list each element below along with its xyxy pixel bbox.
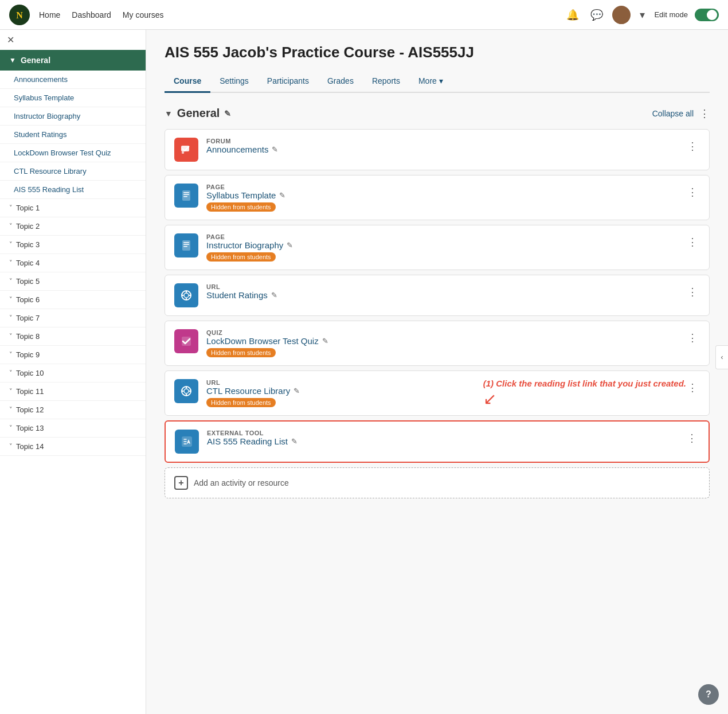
svg-point-15 (184, 293, 189, 298)
sidebar-topic-10[interactable]: ˅ Topic 10 (0, 364, 146, 383)
topic5-chevron: ˅ (9, 278, 13, 285)
tab-grades[interactable]: Grades (318, 71, 363, 93)
student-ratings-edit-icon[interactable]: ✎ (271, 291, 277, 299)
nav-links: Home Dashboard My courses (39, 10, 163, 19)
tab-course[interactable]: Course (165, 71, 210, 93)
sidebar-topic-13[interactable]: ˅ Topic 13 (0, 419, 146, 438)
sidebar-topic-1[interactable]: ˅ Topic 1 (0, 199, 146, 217)
add-activity-button[interactable]: + Add an activity or resource (165, 467, 710, 498)
sidebar-general-chevron: ▼ (9, 56, 16, 64)
sidebar: ✕ ▼ General Announcements Syllabus Templ… (0, 30, 146, 714)
sidebar-close-button[interactable]: ✕ (0, 30, 146, 50)
student-ratings-content: URL Student Ratings ✎ (206, 283, 677, 300)
section-title-text: General (177, 107, 220, 120)
section-chevron[interactable]: ▼ (165, 109, 173, 118)
sidebar-item-instructor-bio[interactable]: Instructor Biography (0, 107, 146, 126)
sidebar-item-reading-list[interactable]: AIS 555 Reading List (0, 181, 146, 199)
sidebar-topic-11[interactable]: ˅ Topic 11 (0, 383, 146, 401)
lockdown-quiz-name[interactable]: LockDown Browser Test Quiz ✎ (206, 336, 677, 346)
student-ratings-icon (174, 283, 198, 307)
syllabus-menu-button[interactable]: ⋮ (685, 184, 700, 201)
syllabus-name[interactable]: Syllabus Template ✎ (206, 190, 677, 200)
sidebar-item-lockdown-quiz[interactable]: LockDown Browser Test Quiz (0, 144, 146, 162)
sidebar-topic-12[interactable]: ˅ Topic 12 (0, 401, 146, 419)
course-item-syllabus: PAGE Syllabus Template ✎ Hidden from stu… (165, 175, 710, 220)
lockdown-quiz-icon (174, 329, 198, 353)
notifications-button[interactable]: 🔔 (564, 6, 581, 24)
avatar[interactable] (612, 6, 631, 24)
edit-mode-label: Edit mode (654, 10, 688, 19)
section-menu-button[interactable]: ⋮ (699, 107, 710, 120)
student-ratings-menu-button[interactable]: ⋮ (685, 283, 700, 301)
sidebar-topic-14[interactable]: ˅ Topic 14 (0, 438, 146, 456)
reading-list-edit-icon[interactable]: ✎ (291, 437, 298, 446)
messages-button[interactable]: 💬 (588, 6, 605, 24)
instructor-bio-menu-button[interactable]: ⋮ (685, 233, 700, 251)
sidebar-topic-4[interactable]: ˅ Topic 4 (0, 254, 146, 272)
tab-reports[interactable]: Reports (363, 71, 409, 93)
svg-rect-6 (182, 190, 190, 201)
sidebar-topic-6[interactable]: ˅ Topic 6 (0, 291, 146, 309)
sidebar-topic-3[interactable]: ˅ Topic 3 (0, 236, 146, 254)
student-ratings-name[interactable]: Student Ratings ✎ (206, 290, 677, 300)
topic1-chevron: ˅ (9, 204, 13, 212)
ctl-resource-edit-icon[interactable]: ✎ (293, 387, 300, 395)
logo-icon[interactable]: N (9, 5, 30, 25)
course-item-lockdown-quiz: QUIZ LockDown Browser Test Quiz ✎ Hidden… (165, 321, 710, 366)
announcements-edit-icon[interactable]: ✎ (272, 145, 278, 154)
sidebar-topic-2[interactable]: ˅ Topic 2 (0, 217, 146, 236)
instructor-bio-name[interactable]: Instructor Biography ✎ (206, 240, 677, 250)
syllabus-edit-icon[interactable]: ✎ (279, 191, 285, 200)
sidebar-topic-8[interactable]: ˅ Topic 8 (0, 327, 146, 346)
course-item-ctl-resource: URL CTL Resource Library ✎ Hidden from s… (165, 370, 710, 416)
announcements-menu-button[interactable]: ⋮ (685, 138, 700, 155)
sidebar-topic-9[interactable]: ˅ Topic 9 (0, 346, 146, 364)
user-menu-button[interactable]: ▾ (637, 6, 647, 24)
sidebar-topic-5[interactable]: ˅ Topic 5 (0, 272, 146, 291)
nav-my-courses[interactable]: My courses (123, 10, 164, 19)
svg-rect-13 (183, 246, 187, 247)
tab-more[interactable]: More ▾ (409, 71, 452, 93)
syllabus-icon (174, 184, 198, 208)
announcements-type-label: FORUM (206, 138, 677, 145)
sidebar-topic-7[interactable]: ˅ Topic 7 (0, 309, 146, 327)
topic9-chevron: ˅ (9, 351, 13, 358)
tab-participants[interactable]: Participants (258, 71, 318, 93)
main-layout: ✕ ▼ General Announcements Syllabus Templ… (0, 30, 728, 714)
topic12-chevron: ˅ (9, 406, 13, 413)
lockdown-quiz-hidden-badge: Hidden from students (206, 348, 276, 357)
nav-home[interactable]: Home (39, 10, 60, 19)
svg-rect-5 (182, 151, 184, 154)
syllabus-type-label: PAGE (206, 184, 677, 190)
ctl-resource-menu-button[interactable]: ⋮ (685, 379, 700, 396)
reading-list-menu-button[interactable]: ⋮ (684, 430, 699, 447)
svg-rect-8 (183, 194, 189, 196)
svg-rect-11 (183, 242, 189, 243)
sidebar-item-ctl-resource[interactable]: CTL Resource Library (0, 162, 146, 181)
sidebar-general-label: General (21, 56, 50, 65)
svg-rect-7 (183, 192, 189, 193)
sidebar-item-student-ratings[interactable]: Student Ratings (0, 126, 146, 144)
lockdown-quiz-edit-icon[interactable]: ✎ (322, 337, 328, 345)
tab-settings[interactable]: Settings (210, 71, 258, 93)
sidebar-general-section[interactable]: ▼ General (0, 50, 146, 71)
instructor-bio-edit-icon[interactable]: ✎ (287, 241, 293, 249)
collapse-all-button[interactable]: Collapse all (652, 109, 694, 118)
announcements-content: FORUM Announcements ✎ (206, 138, 677, 154)
edit-mode-toggle[interactable] (695, 9, 719, 21)
section-edit-icon[interactable]: ✎ (224, 109, 231, 118)
help-button[interactable]: ? (698, 684, 719, 705)
topic3-chevron: ˅ (9, 241, 13, 248)
main-content: AIS 555 Jacob's Practice Course - AIS555… (146, 30, 728, 714)
reading-list-name[interactable]: AIS 555 Reading List ✎ (207, 436, 676, 446)
announcements-name[interactable]: Announcements ✎ (206, 145, 677, 154)
sidebar-item-announcements[interactable]: Announcements (0, 71, 146, 89)
nav-dashboard[interactable]: Dashboard (72, 10, 111, 19)
sidebar-collapse-button[interactable]: ‹ (715, 345, 728, 369)
sidebar-item-syllabus[interactable]: Syllabus Template (0, 89, 146, 107)
topic13-chevron: ˅ (9, 424, 13, 432)
lockdown-quiz-menu-button[interactable]: ⋮ (685, 329, 700, 346)
reading-list-icon (175, 430, 199, 454)
svg-point-3 (615, 17, 628, 24)
topic6-chevron: ˅ (9, 296, 13, 303)
